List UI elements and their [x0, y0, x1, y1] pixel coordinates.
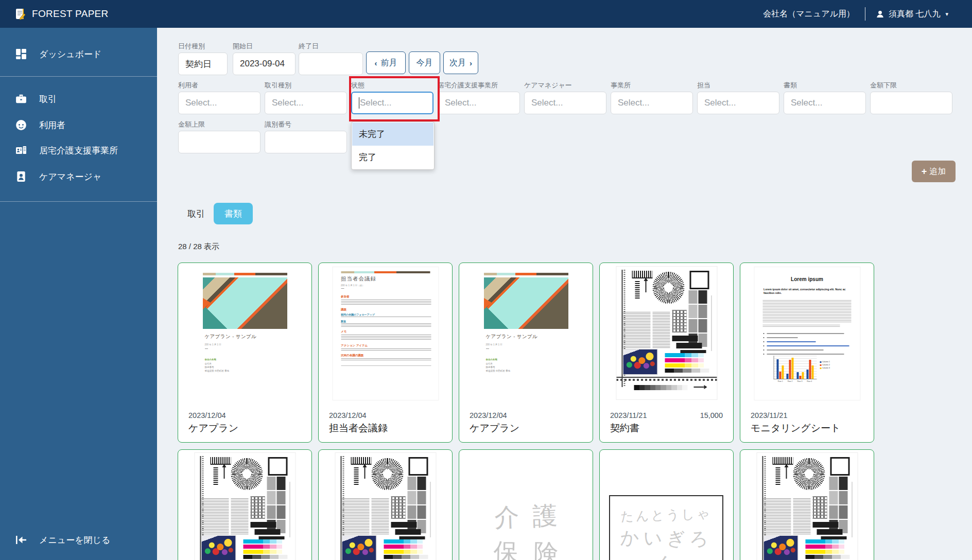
filter-transaction-type: 取引種別 Select...: [265, 81, 347, 114]
document-thumbnail-lorem: Lorem ipsum Lorem ipsum dolor sit amet, …: [754, 267, 860, 400]
document-card[interactable]: [178, 449, 312, 560]
document-thumbnail: ケアプラン - サンプル 200 年 1 月 1 日 自分の名前 会社名 郵便番…: [484, 271, 568, 401]
date-type-select[interactable]: 契約日: [178, 52, 228, 75]
chevron-left-icon: ‹: [375, 59, 377, 67]
document-thumbnail: 担当者会議録 200 年 1 月 1 日（金） 参加者 議題 前回の会議のフォロ…: [333, 267, 438, 400]
transaction-type-select[interactable]: Select...: [265, 92, 347, 114]
filter-staff: 担当 Select...: [697, 81, 779, 114]
sidebar-item-label: 居宅介護支援事業所: [39, 145, 118, 156]
topbar-divider: [865, 7, 865, 21]
add-button[interactable]: + 追加: [912, 161, 956, 182]
this-month-button[interactable]: 今月: [409, 51, 440, 74]
careplan-cover-art: [203, 277, 287, 329]
status-dropdown: 未完了 完了: [351, 121, 435, 170]
cmyk-bars: [665, 353, 709, 373]
end-date-input[interactable]: [299, 52, 363, 75]
filter-date-type: 日付種別 契約日: [178, 42, 228, 75]
document-card-sketch[interactable]: たんとうしゃ かいぎろく: [599, 449, 734, 560]
filter-end-date: 終了日: [299, 42, 363, 75]
start-date-input[interactable]: [233, 52, 296, 75]
sidebar-item-users[interactable]: 利用者: [0, 113, 157, 137]
sidebar-item-transactions[interactable]: 取引: [0, 87, 157, 111]
main-content: 日付種別 契約日 開始日 終了日 ‹ 前月 今月 次月 › 利用者 Select…: [157, 28, 972, 560]
document-card-careplan-2[interactable]: ケアプラン - サンプル 200 年 1 月 1 日 自分の名前 会社名 郵便番…: [459, 262, 593, 443]
card-date: 2023/11/21: [751, 411, 788, 419]
text-cursor: [359, 97, 359, 109]
sidebar-item-dashboard[interactable]: ダッシュボード: [0, 42, 157, 66]
date-type-value: 契約日: [185, 58, 212, 70]
document-select[interactable]: Select...: [784, 92, 866, 114]
home-care-office-select[interactable]: Select...: [438, 92, 520, 114]
card-title: ケアプラン: [470, 422, 519, 435]
filter-office: 事業所 Select...: [611, 81, 693, 114]
filter-status: 状態 Select...: [351, 81, 433, 114]
status-option-complete[interactable]: 完了: [352, 146, 433, 169]
tab-transactions[interactable]: 取引: [182, 203, 211, 224]
card-title: 担当者会議録: [329, 422, 388, 435]
document-card-monitoring-sheet[interactable]: Lorem ipsum Lorem ipsum dolor sit amet, …: [740, 262, 874, 443]
filter-label: 日付種別: [178, 42, 228, 50]
chevron-down-icon: ▾: [945, 11, 948, 18]
document-card[interactable]: [318, 449, 453, 560]
card-date: 2023/12/04: [470, 411, 507, 419]
amount-min-input[interactable]: [870, 92, 952, 114]
filter-amount-max: 金額上限: [178, 120, 261, 153]
sidebar-divider: [0, 76, 157, 77]
app-logo: FOREST PAPER: [14, 8, 109, 20]
document-card-sketch[interactable]: 介護 保険: [459, 449, 593, 560]
user-select[interactable]: Select...: [178, 92, 261, 114]
amount-max-input[interactable]: [178, 131, 261, 153]
filter-document: 書類 Select...: [784, 81, 866, 114]
sidebar-item-care-manager[interactable]: ケアマネージャ: [0, 165, 157, 188]
prev-month-button[interactable]: ‹ 前月: [366, 51, 406, 74]
sidebar-close-menu[interactable]: メニューを閉じる: [0, 528, 157, 552]
handwritten-sketch-box: たんとうしゃ かいぎろく: [609, 495, 723, 560]
status-option-incomplete[interactable]: 未完了: [352, 122, 433, 146]
document-card-careplan-1[interactable]: ケアプラン - サンプル 200 年 1 月 1 日 自分の名前 会社名 郵便番…: [178, 262, 312, 443]
card-title: 契約書: [610, 422, 639, 435]
sidebar-close-label: メニューを閉じる: [39, 534, 110, 546]
user-menu[interactable]: 須真都 七八九 ▾: [876, 9, 948, 20]
sidebar-divider: [0, 201, 157, 202]
document-card-minutes[interactable]: 担当者会議録 200 年 1 月 1 日（金） 参加者 議題 前回の会議のフォロ…: [318, 262, 453, 443]
office-select[interactable]: Select...: [611, 92, 693, 114]
memo-icon: [14, 8, 27, 20]
sidebar-item-label: ダッシュボード: [39, 48, 101, 60]
briefcase-icon: [15, 93, 27, 104]
next-month-button[interactable]: 次月 ›: [443, 51, 478, 74]
mini-chart-legend: Column 1 Column 2 Column 3: [820, 360, 830, 369]
card-date: 2023/12/04: [188, 411, 226, 419]
company-name: 会社名（マニュアル用）: [763, 9, 855, 20]
topbar: FOREST PAPER 会社名（マニュアル用） 須真都 七八九 ▾: [0, 0, 972, 28]
plus-icon: +: [922, 166, 927, 177]
dashboard-icon: [15, 48, 27, 60]
fruit-photo: [622, 349, 657, 375]
collapse-menu-icon: [15, 534, 27, 546]
user-name: 須真都 七八九: [889, 9, 940, 20]
filter-user: 利用者 Select...: [178, 81, 261, 114]
results-count: 28 / 28 表示: [178, 242, 219, 252]
document-card-contract[interactable]: 2023/11/21 15,000 契約書: [599, 262, 734, 443]
tab-documents[interactable]: 書類: [214, 203, 253, 224]
status-select[interactable]: Select...: [351, 92, 433, 114]
staff-select[interactable]: Select...: [697, 92, 779, 114]
face-icon: [15, 119, 27, 131]
document-thumbnail-testchart: [757, 453, 857, 560]
sidebar: ダッシュボード 取引 利用者 居宅介護支援事業所: [0, 28, 157, 560]
id-number-input[interactable]: [265, 131, 347, 153]
chevron-right-icon: ›: [470, 59, 472, 67]
care-manager-select[interactable]: Select...: [524, 92, 606, 114]
document-thumbnail: ケアプラン - サンプル 200 年 1 月 1 日 自分の名前 会社名 郵便番…: [203, 271, 287, 401]
card-amount: 15,000: [700, 411, 723, 419]
document-card[interactable]: [740, 449, 874, 560]
sidebar-item-label: 取引: [39, 93, 57, 105]
filter-amount-min: 金額下限: [870, 81, 952, 114]
filter-id-number: 識別番号: [265, 120, 347, 153]
card-title: ケアプラン: [188, 422, 238, 435]
badge-icon: [15, 171, 27, 182]
person-icon: [876, 10, 884, 19]
filter-label: 終了日: [299, 42, 363, 50]
filter-label: 開始日: [233, 42, 296, 50]
sidebar-item-care-support-office[interactable]: 居宅介護支援事業所: [0, 138, 157, 162]
siemens-star: [652, 272, 684, 304]
